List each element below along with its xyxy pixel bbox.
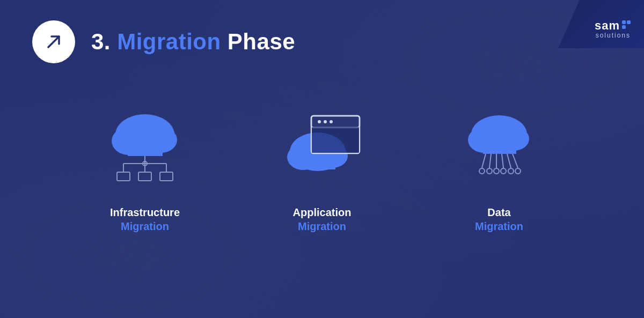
svg-point-20 <box>318 120 321 123</box>
svg-line-28 <box>482 154 486 168</box>
application-card: Application Migration <box>255 95 389 233</box>
page-wrapper: sam solutions <box>0 0 644 318</box>
logo-text: sam <box>595 19 620 33</box>
infrastructure-label: Infrastructure Migration <box>110 205 180 233</box>
svg-point-21 <box>324 120 327 123</box>
svg-rect-11 <box>138 172 151 181</box>
svg-rect-17 <box>302 156 335 169</box>
svg-point-38 <box>508 168 514 174</box>
svg-line-0 <box>48 36 59 47</box>
application-label: Application Migration <box>293 205 352 233</box>
svg-line-33 <box>513 154 518 168</box>
cards-section: Infrastructure Migration <box>0 85 644 233</box>
svg-rect-10 <box>117 172 130 181</box>
svg-point-39 <box>515 168 521 174</box>
data-icon <box>445 95 553 192</box>
infrastructure-icon <box>91 95 199 192</box>
svg-rect-27 <box>483 140 516 154</box>
svg-point-34 <box>479 168 485 174</box>
svg-rect-4 <box>128 141 163 156</box>
data-label: Data Migration <box>475 205 523 233</box>
page-title: 3. Migration Phase <box>91 29 295 55</box>
svg-point-35 <box>487 168 492 174</box>
svg-rect-23 <box>312 127 359 153</box>
svg-point-37 <box>501 168 506 174</box>
svg-point-36 <box>494 168 499 174</box>
step-icon <box>32 20 75 63</box>
logo-subtext: solutions <box>596 32 631 39</box>
svg-point-22 <box>330 120 333 123</box>
svg-rect-12 <box>160 172 173 181</box>
svg-line-29 <box>489 154 491 168</box>
application-icon <box>268 95 376 192</box>
infrastructure-card: Infrastructure Migration <box>78 95 212 233</box>
svg-line-31 <box>502 154 503 168</box>
data-card: Data Migration <box>432 95 566 233</box>
svg-line-32 <box>507 154 511 168</box>
page-header: 3. Migration Phase <box>0 0 644 79</box>
